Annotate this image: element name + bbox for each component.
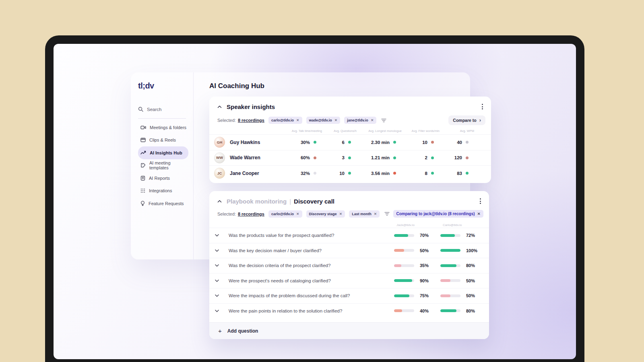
percentage-value: 80% (466, 309, 475, 313)
laptop-screen: tl;dv Search Meetings & foldersClips & R… (54, 44, 576, 359)
sidebar-item-ai-insights-hub[interactable]: AI Insights Hub (138, 146, 188, 159)
close-icon[interactable]: ✕ (334, 118, 338, 122)
percentage-value: 70% (420, 233, 429, 238)
search-button[interactable]: Search (138, 107, 193, 112)
speaker-row[interactable]: WWWade Warren60%31.21 min2120 (209, 150, 491, 166)
add-question-button[interactable]: + Add question (209, 322, 489, 339)
question-row[interactable]: Were the pain points in relation to the … (209, 303, 489, 319)
filter-icon[interactable] (384, 212, 390, 216)
question-row[interactable]: Were the impacts of the problem discusse… (209, 288, 489, 303)
status-dot (393, 156, 396, 159)
speaker-row[interactable]: GHGuy Hawkins30%62.30 min1040 (209, 134, 491, 150)
metric-value: 10 (422, 140, 427, 145)
playbook-filter-chips: carlo@tldv.io✕Discovery stage✕Last month… (264, 210, 380, 218)
percentage-value: 35% (420, 263, 429, 268)
column-jack: Jack@tldv.io (396, 223, 443, 227)
video-camera-icon (140, 125, 146, 130)
chevron-down-icon[interactable] (215, 249, 229, 252)
progress-bar (440, 309, 460, 312)
score-bar-group: 80% (440, 309, 489, 313)
metric-cell: 2.30 min (357, 140, 402, 145)
filter-icon[interactable] (381, 118, 386, 123)
speaker-name: Jane Cooper (230, 171, 259, 176)
percentage-value: 50% (466, 278, 475, 283)
selected-count-link[interactable]: 8 recordings (238, 118, 264, 123)
sidebar-item-meetings-folders[interactable]: Meetings & folders (138, 121, 188, 134)
percentage-value: 50% (420, 248, 429, 253)
filter-chip-carlo-tldv-io[interactable]: carlo@tldv.io✕ (268, 117, 302, 124)
question-row[interactable]: Was the decision criteria of the prospec… (209, 258, 489, 273)
status-dot (314, 141, 316, 144)
metric-cell: 2 (402, 155, 440, 160)
column-header: Avg. WPM (443, 129, 477, 133)
compare-to-button[interactable]: Compare to › (448, 115, 485, 125)
chevron-down-icon[interactable] (215, 280, 229, 282)
filter-chip-last-month[interactable]: Last month✕ (349, 210, 380, 218)
question-row[interactable]: Was the key decision maker / buyer clari… (209, 243, 489, 258)
grid-dots-icon (140, 188, 145, 193)
chevron-down-icon[interactable] (215, 294, 229, 297)
chevron-down-icon[interactable] (215, 234, 229, 237)
close-icon[interactable]: ✕ (296, 212, 299, 216)
search-label: Search (147, 107, 161, 112)
question-text: Was the key decision maker / buyer clari… (229, 248, 394, 253)
close-icon[interactable]: ✕ (477, 212, 481, 216)
progress-bar (394, 234, 414, 237)
chip-label: carlo@tldv.io (271, 118, 294, 122)
chevron-down-icon[interactable] (215, 264, 229, 267)
sidebar-item-integrations[interactable]: Integrations (138, 185, 188, 197)
speaker-row[interactable]: JCJane Cooper32%103.56 min883 (209, 165, 491, 181)
template-tag-icon (140, 163, 146, 168)
selected-count-link[interactable]: 8 recordings (238, 212, 264, 216)
metric-cell: 6 (322, 140, 357, 145)
metric-value: 60% (301, 155, 310, 160)
more-options-icon[interactable] (477, 197, 483, 206)
more-options-icon[interactable] (479, 102, 485, 111)
metric-value: 2 (425, 155, 427, 160)
column-header: Avg. Filler words/min (405, 129, 443, 133)
status-dot (348, 156, 351, 159)
sidebar-divider (138, 118, 186, 119)
collapse-chevron-up-icon[interactable] (217, 105, 222, 108)
progress-bar (440, 279, 460, 282)
sidebar-item-clips-reels[interactable]: Clips & Reels (138, 134, 188, 147)
close-icon[interactable]: ✕ (371, 118, 374, 122)
column-header: Avg. Longest monologue (360, 129, 405, 133)
sidebar-item-feature-requests[interactable]: Feature Requests (138, 197, 188, 210)
metric-cell: 1.21 min (357, 155, 402, 160)
sidebar-item-label: Clips & Reels (149, 138, 176, 142)
chevron-down-icon[interactable] (215, 310, 229, 312)
question-row[interactable]: Were the prospect's needs of cataloging … (209, 273, 489, 288)
status-dot (466, 172, 469, 175)
progress-bar (394, 279, 414, 282)
collapse-chevron-up-icon[interactable] (217, 200, 222, 203)
sidebar-item-ai-reports[interactable]: AI Reports (138, 172, 188, 185)
filter-chip-carlo-tldv-io[interactable]: carlo@tldv.io✕ (268, 210, 302, 218)
question-row[interactable]: Was the products value for the prospect … (209, 228, 489, 243)
percentage-value: 75% (420, 293, 429, 298)
filter-chip-discovery-stage[interactable]: Discovery stage✕ (306, 210, 345, 218)
status-dot (431, 172, 434, 175)
metric-value: 10 (339, 171, 345, 176)
metric-value: 2.30 min (371, 140, 390, 145)
chip-label: Discovery stage (309, 212, 337, 216)
filter-chip-wade-tldv-io[interactable]: wade@tldv.io✕ (306, 117, 341, 124)
clapperboard-icon (140, 138, 146, 142)
filter-chip-jane-tldv-io[interactable]: jane@tldv.io✕ (344, 117, 376, 124)
close-icon[interactable]: ✕ (339, 212, 343, 216)
score-bar-group: 50% (394, 248, 440, 253)
percentage-value: 90% (420, 278, 429, 283)
playbook-column-headers: Jack@tldv.io Carlo@tldv.io (209, 218, 489, 228)
close-icon[interactable]: ✕ (296, 118, 299, 122)
playbook-monitoring-label: Playbook monitoring (227, 198, 287, 205)
comparing-chip[interactable]: Comparing to jack@tldv.io (8 recordings)… (393, 210, 483, 218)
sidebar-item-ai-meeting-templates[interactable]: AI meeting templates (138, 159, 188, 172)
question-text: Were the prospect's needs of cataloging … (229, 278, 394, 283)
sidebar-item-label: AI meeting templates (149, 160, 188, 170)
close-icon[interactable]: ✕ (374, 212, 377, 216)
metric-value: 30% (301, 140, 310, 145)
speaker-insights-title: Speaker insights (227, 103, 275, 110)
score-bar-group: 50% (440, 293, 489, 298)
column-carlo: Carlo@tldv.io (443, 223, 489, 227)
title-separator: | (289, 198, 291, 205)
